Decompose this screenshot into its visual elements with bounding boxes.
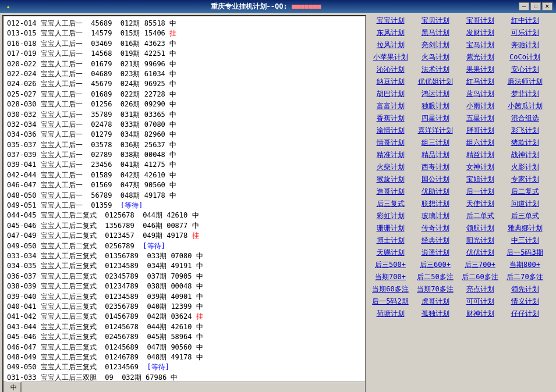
plan-link[interactable]: 天赐计划 xyxy=(369,247,412,258)
plan-link[interactable]: 可乐计划 xyxy=(503,27,547,38)
plan-link[interactable]: 宝马计划 xyxy=(458,40,502,51)
plan-link[interactable]: 沁沁计划 xyxy=(369,64,412,75)
plan-link[interactable]: 混合组选 xyxy=(503,113,547,124)
plan-link[interactable]: 后一计划 xyxy=(458,186,502,197)
plan-link[interactable]: 当期70多注 xyxy=(413,284,457,295)
plan-link[interactable]: 后三700+ xyxy=(458,259,502,270)
plan-link[interactable]: 经典计划 xyxy=(413,235,457,246)
plan-link[interactable]: 红马计划 xyxy=(458,76,502,87)
plan-link[interactable]: 雅典娜计划 xyxy=(503,223,547,234)
plan-link[interactable]: 五星计划 xyxy=(458,113,502,124)
plan-link[interactable]: 彩虹计划 xyxy=(369,211,412,222)
plan-link[interactable]: 富富计划 xyxy=(369,101,412,112)
plan-link[interactable]: 后一5码2期 xyxy=(369,296,412,307)
plan-link[interactable]: 逍遥计划 xyxy=(413,247,457,258)
plan-link[interactable]: 后三单式 xyxy=(503,211,547,222)
plan-link[interactable]: 战神计划 xyxy=(503,149,547,161)
plan-link[interactable]: 联想计划 xyxy=(413,198,457,209)
plan-link[interactable]: 小雨计划 xyxy=(458,101,502,112)
plan-link[interactable]: 红中计划 xyxy=(503,15,547,26)
plan-link[interactable]: 拉风计划 xyxy=(369,40,412,51)
plan-link[interactable]: 胖哥计划 xyxy=(458,125,502,136)
plan-link[interactable]: 独眼计划 xyxy=(413,101,457,112)
plan-link[interactable]: 后三600+ xyxy=(413,259,457,270)
plan-link[interactable]: 博士计划 xyxy=(369,235,412,246)
plan-link[interactable]: 财神计划 xyxy=(458,308,502,319)
plan-link[interactable]: 黑马计划 xyxy=(413,27,457,38)
plan-link[interactable]: 渝情计划 xyxy=(369,125,412,136)
plan-link[interactable]: 玻璃计划 xyxy=(413,211,457,222)
plan-link[interactable]: 后三500+ xyxy=(369,259,412,270)
plan-link[interactable]: 东风计划 xyxy=(369,27,412,38)
plan-link[interactable]: 可可计划 xyxy=(458,296,502,307)
plan-link[interactable]: 优优姐计划 xyxy=(413,76,457,87)
minimize-button[interactable]: ─ xyxy=(519,2,529,10)
plan-link[interactable]: 情义计划 xyxy=(503,296,547,307)
plan-link[interactable]: 梦菲计划 xyxy=(503,88,547,99)
close-button[interactable]: ✕ xyxy=(542,2,553,10)
plan-link[interactable]: 法术计划 xyxy=(413,64,457,75)
plan-link[interactable]: 喜洋洋计划 xyxy=(413,125,457,136)
plan-link[interactable]: 领先计划 xyxy=(503,284,547,295)
plan-link[interactable]: 女神计划 xyxy=(458,162,502,173)
plan-link[interactable]: 后二60多注 xyxy=(458,272,502,283)
plan-link[interactable]: 后三复式 xyxy=(369,198,412,209)
plan-link[interactable]: 猪款计划 xyxy=(503,137,547,148)
plan-link[interactable]: 西毒计划 xyxy=(413,162,457,173)
plan-link[interactable]: 四星计划 xyxy=(413,113,457,124)
plan-link[interactable]: 珊珊计划 xyxy=(369,223,412,234)
plan-link[interactable]: 宝姐计划 xyxy=(458,174,502,185)
plan-link[interactable]: 国公计划 xyxy=(413,174,457,185)
plan-link[interactable]: 传奇计划 xyxy=(413,223,457,234)
plan-link[interactable]: 果果计划 xyxy=(458,64,502,75)
plan-link[interactable]: 亮剑计划 xyxy=(413,40,457,51)
plan-link[interactable]: 蓝鸟计划 xyxy=(458,88,502,99)
plan-link[interactable]: 廉法师计划 xyxy=(503,76,547,87)
plan-link[interactable]: 精准计划 xyxy=(369,149,412,161)
plan-link[interactable]: 虎哥计划 xyxy=(413,296,457,307)
plan-link[interactable]: 阳光计划 xyxy=(458,235,502,246)
maximize-button[interactable]: □ xyxy=(530,2,541,10)
plan-link[interactable]: 精品计划 xyxy=(413,149,457,161)
status-button[interactable]: 中 xyxy=(6,382,22,392)
plan-link[interactable]: 猴旋计划 xyxy=(369,174,412,185)
plan-link[interactable]: 香蕉计划 xyxy=(369,113,412,124)
plan-link[interactable]: 优助计划 xyxy=(413,186,457,197)
plan-link[interactable]: 火鸟计划 xyxy=(413,52,457,63)
plan-link[interactable]: 紫光计划 xyxy=(458,52,502,63)
plan-link[interactable]: 荷塘计划 xyxy=(369,308,412,319)
plan-link[interactable]: 当期60多注 xyxy=(369,284,412,295)
plan-link[interactable]: 安心计划 xyxy=(503,64,547,75)
plan-link[interactable]: 后一5码3期 xyxy=(503,247,547,258)
plan-link[interactable]: 彩飞计划 xyxy=(503,125,547,136)
plan-link[interactable]: 孤独计划 xyxy=(413,308,457,319)
plan-link[interactable]: 发财计划 xyxy=(458,27,502,38)
plan-link[interactable]: 后二70多注 xyxy=(503,272,547,283)
plan-link[interactable]: 造哥计划 xyxy=(369,186,412,197)
plan-link[interactable]: 胡巴计划 xyxy=(369,88,412,99)
plan-link[interactable]: 中三计划 xyxy=(503,235,547,246)
plan-link[interactable]: 火影计划 xyxy=(503,162,547,173)
plan-link[interactable]: 当期700+ xyxy=(369,272,412,283)
plan-link[interactable]: 纳豆计划 xyxy=(369,76,412,87)
plan-link[interactable]: 宝哥计划 xyxy=(458,15,502,26)
plan-link[interactable]: 当期800+ xyxy=(503,259,547,270)
plan-link[interactable]: 仔仔计划 xyxy=(503,308,547,319)
plan-link[interactable]: 宝贝计划 xyxy=(413,15,457,26)
plan-link[interactable]: 领航计划 xyxy=(458,223,502,234)
plan-link[interactable]: 小苹果计划 xyxy=(369,52,412,63)
plan-link[interactable]: 情哥计划 xyxy=(369,137,412,148)
plan-list[interactable]: 012-014 宝宝人工后一 45689 012期 85518 中013-015… xyxy=(3,16,365,392)
plan-link[interactable]: 鸿运计划 xyxy=(413,88,457,99)
plan-link[interactable]: 精益计划 xyxy=(458,149,502,161)
plan-link[interactable]: 组六计划 xyxy=(458,137,502,148)
plan-link[interactable]: 小茜瓜计划 xyxy=(503,101,547,112)
plan-link[interactable]: 奔驰计划 xyxy=(503,40,547,51)
plan-link[interactable]: 天使计划 xyxy=(458,198,502,209)
plan-link[interactable]: 优优计划 xyxy=(458,247,502,258)
plan-link[interactable]: 后二单式 xyxy=(458,211,502,222)
plan-link[interactable]: 后二50多注 xyxy=(413,272,457,283)
plan-link[interactable]: CoCo计划 xyxy=(503,52,547,63)
plan-link[interactable]: 亮点计划 xyxy=(458,284,502,295)
plan-link[interactable]: 组三计划 xyxy=(413,137,457,148)
